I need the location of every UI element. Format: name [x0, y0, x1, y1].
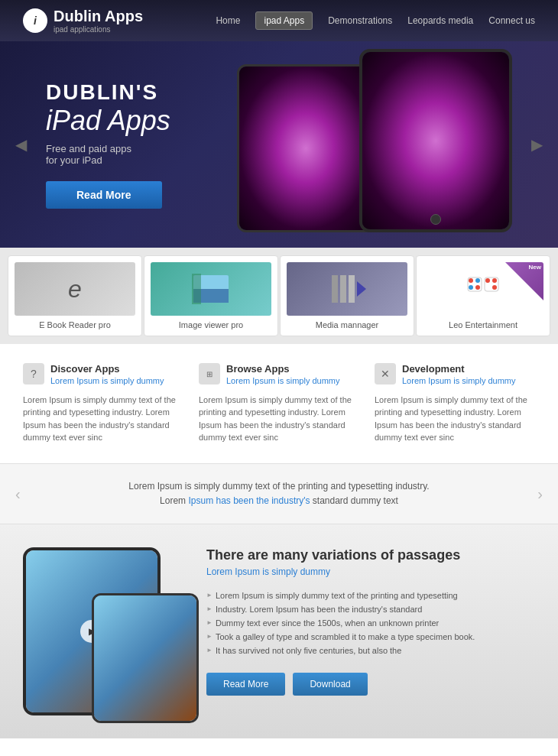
hero-line2: iPad Apps — [46, 105, 206, 137]
main-nav: Home ipad Apps Demonstrations Leopards m… — [216, 11, 535, 30]
hero-images — [237, 49, 512, 232]
logo-text: Dublin Apps ipad applications — [54, 8, 143, 34]
app-label-imageviewer: Image viewer pro — [179, 320, 243, 329]
svg-point-8 — [469, 278, 473, 283]
showcase-read-more-button[interactable]: Read More — [206, 673, 285, 696]
hero-section: ◀ DUBLIN'S iPad Apps Free and paid appsf… — [0, 41, 558, 248]
feature-development: ✕ Development Lorem Ipsum is simply dumm… — [375, 363, 535, 444]
testimonial-line1: Lorem Ipsum is simply dummy text of the … — [46, 479, 512, 494]
nav-leopards[interactable]: Leopards media — [407, 15, 473, 26]
ipad-front-screen — [362, 52, 509, 229]
app-card-media[interactable]: Media mannager — [280, 255, 414, 336]
showcase-screen-small — [94, 595, 196, 721]
ipad-back-screen — [239, 67, 372, 230]
svg-point-14 — [492, 278, 497, 283]
testimonial-next[interactable]: › — [537, 485, 543, 502]
svg-rect-4 — [340, 275, 346, 303]
app-icon-leo: New — [423, 262, 543, 316]
browse-icon: ⊞ — [199, 363, 220, 384]
list-item: Took a galley of type and scrambled it t… — [206, 630, 535, 644]
svg-point-9 — [469, 285, 473, 290]
site-tagline: ipad applications — [54, 25, 143, 34]
ipad-front — [359, 49, 512, 232]
app-label-ebook: E Book Reader pro — [39, 320, 111, 329]
header: i Dublin Apps ipad applications Home ipa… — [0, 0, 558, 41]
app-card-leo[interactable]: New Leo Entertainment — [416, 255, 550, 336]
hero-line1: DUBLIN'S — [46, 80, 206, 105]
svg-point-10 — [475, 278, 480, 283]
testimonial-section: ‹ Lorem Ipsum is simply dummy text of th… — [0, 463, 558, 524]
hero-read-more-button[interactable]: Read More — [46, 181, 162, 209]
app-card-ebook[interactable]: e E Book Reader pro — [8, 255, 142, 336]
feature-discover-header: ? Discover Apps Lorem Ipsum is simply du… — [23, 363, 183, 388]
features-section: ? Discover Apps Lorem Ipsum is simply du… — [0, 344, 558, 463]
feature-discover-title: Discover Apps Lorem Ipsum is simply dumm… — [50, 363, 164, 388]
svg-point-13 — [485, 278, 490, 283]
feature-development-header: ✕ Development Lorem Ipsum is simply dumm… — [375, 363, 535, 388]
testimonial-prev[interactable]: ‹ — [15, 485, 21, 502]
ipad-home-button — [430, 214, 441, 225]
app-label-media: Media mannager — [316, 320, 379, 329]
app-icon-imageviewer — [151, 262, 271, 316]
apps-row: e E Book Reader pro Image viewer pro Med… — [0, 248, 558, 344]
nav-ipad-apps[interactable]: ipad Apps — [255, 11, 313, 30]
showcase-buttons: Read More Download — [206, 673, 535, 696]
ipad-back — [237, 64, 375, 232]
svg-rect-2 — [192, 274, 201, 304]
feature-browse: ⊞ Browse Apps Lorem Ipsum is simply dumm… — [199, 363, 359, 444]
svg-rect-5 — [349, 275, 355, 303]
nav-demonstrations[interactable]: Demonstrations — [328, 15, 392, 26]
hero-next-arrow[interactable]: ▶ — [531, 135, 543, 154]
showcase-download-button[interactable]: Download — [293, 673, 367, 696]
site-name: Dublin Apps — [54, 8, 143, 25]
hero-content: DUBLIN'S iPad Apps Free and paid appsfor… — [0, 57, 229, 232]
showcase-content: There are many variations of passages Lo… — [206, 547, 535, 715]
showcase-ipad-small — [92, 593, 199, 723]
list-item: It has survived not only five centuries,… — [206, 644, 535, 657]
svg-rect-3 — [332, 275, 338, 303]
showcase-list: Lorem Ipsum is simply dummy text of the … — [206, 589, 535, 657]
showcase-section: ▶ There are many variations of passages … — [0, 524, 558, 738]
feature-development-title: Development Lorem Ipsum is simply dummy — [402, 363, 516, 388]
list-item: Industry. Lorem Ipsum has been the indus… — [206, 602, 535, 616]
app-icon-media — [287, 262, 407, 316]
hero-desc: Free and paid appsfor your iPad — [46, 143, 206, 166]
app-icon-ebook: e — [15, 262, 135, 316]
logo-area: i Dublin Apps ipad applications — [23, 8, 143, 34]
showcase-images: ▶ — [23, 547, 191, 715]
hero-prev-arrow[interactable]: ◀ — [15, 135, 27, 154]
showcase-sub: Lorem Ipsum is simply dummy — [206, 566, 535, 577]
new-badge: New — [505, 262, 543, 300]
feature-discover: ? Discover Apps Lorem Ipsum is simply du… — [23, 363, 183, 444]
feature-browse-header: ⊞ Browse Apps Lorem Ipsum is simply dumm… — [199, 363, 359, 388]
discover-icon: ? — [23, 363, 44, 384]
showcase-title: There are many variations of passages — [206, 547, 535, 563]
app-card-imageviewer[interactable]: Image viewer pro — [144, 255, 278, 336]
development-icon: ✕ — [375, 363, 396, 384]
app-label-leo: Leo Entertainment — [449, 320, 517, 329]
svg-marker-6 — [357, 281, 366, 297]
bullets-section: + Lorem Ipsum is simply dummy text of th… — [0, 738, 558, 756]
feature-browse-title: Browse Apps Lorem Ipsum is simply dummy — [226, 363, 340, 388]
list-item: Lorem Ipsum is simply dummy text of the … — [206, 589, 535, 602]
svg-point-11 — [475, 285, 480, 290]
svg-point-15 — [492, 285, 497, 290]
list-item: Dummy text ever since the 1500s, when an… — [206, 616, 535, 630]
nav-home[interactable]: Home — [216, 15, 240, 26]
nav-connect[interactable]: Connect us — [488, 15, 535, 26]
logo-icon: i — [23, 8, 47, 33]
testimonial-line2: Lorem Ipsum has been the industry's stan… — [46, 494, 512, 508]
